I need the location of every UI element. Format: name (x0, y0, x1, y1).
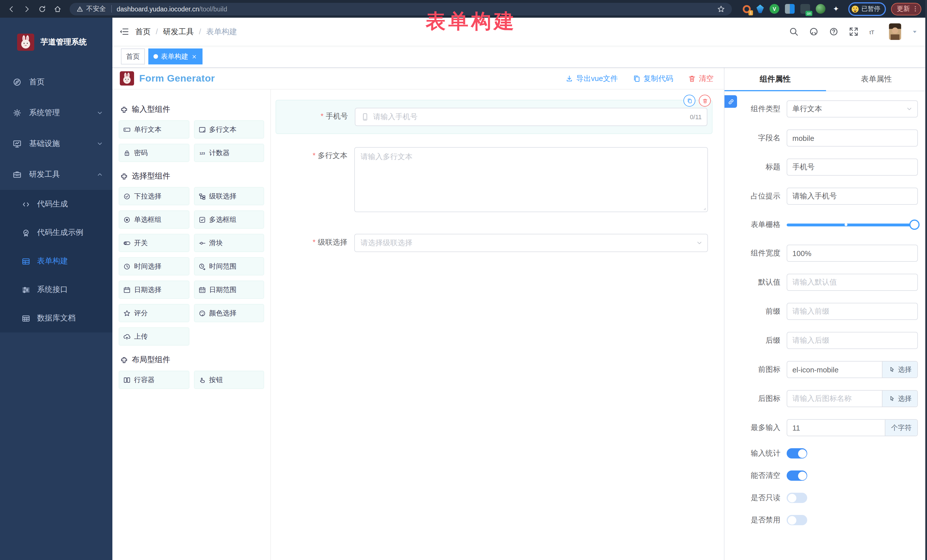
component-密码[interactable]: 密码 (119, 144, 189, 162)
component-下拉选择[interactable]: 下拉选择 (119, 187, 189, 205)
search-icon[interactable] (789, 27, 799, 36)
prop-input[interactable]: mobile (787, 129, 918, 147)
prop-input[interactable]: 100% (787, 244, 918, 262)
sidebar-subitem-3[interactable]: 系统接口 (0, 275, 112, 304)
breadcrumb-item[interactable]: 首页 (135, 27, 150, 37)
component-日期范围[interactable]: 日期范围 (194, 281, 264, 299)
component-时间选择[interactable]: 时间选择 (119, 257, 189, 275)
导出vue文件-button[interactable]: 导出vue文件 (565, 73, 618, 83)
tab-表单属性[interactable]: 表单属性 (826, 68, 927, 91)
fullscreen-icon[interactable] (849, 27, 859, 36)
security-chip[interactable]: 不安全 (76, 5, 106, 13)
toggle-能否清空[interactable] (787, 470, 807, 481)
component-多行文本[interactable]: 多行文本 (194, 120, 264, 138)
github-icon[interactable] (809, 27, 819, 36)
sidebar-subitem-0[interactable]: 代码生成 (0, 190, 112, 219)
sidebar-logo-row[interactable]: 芋道管理系统 (0, 18, 112, 67)
sidebar: 芋道管理系统 首页系统管理基础设施研发工具代码生成代码生成示例表单构建系统接口数… (0, 18, 112, 560)
prop-input[interactable]: 请输入默认值 (787, 274, 918, 291)
extension-split-blue-icon[interactable] (785, 4, 795, 14)
component-多选框组[interactable]: 多选框组 (194, 211, 264, 229)
choose-icon-button[interactable]: 选择 (882, 361, 917, 378)
delete-item-button[interactable] (699, 95, 711, 107)
bookmark-star-icon[interactable] (717, 5, 725, 13)
resize-grip-icon[interactable] (701, 205, 707, 211)
browser-update-button[interactable]: 更新 (891, 3, 921, 15)
text-input[interactable]: 请输入手机号0/11 (355, 108, 707, 126)
breadcrumb-separator: / (199, 27, 201, 36)
extension-leaf-green-icon[interactable] (816, 4, 825, 14)
address-bar[interactable]: 不安全 dashboard.yudao.iocoder.cn/tool/buil… (70, 3, 732, 15)
canvas-field-多行文本[interactable]: *多行文本请输入多行文本 (275, 147, 713, 212)
font-size-icon[interactable]: tT (869, 27, 878, 36)
help-icon[interactable] (829, 27, 839, 36)
user-avatar[interactable] (889, 23, 901, 40)
max-length-input[interactable]: 11 (787, 420, 885, 436)
prop-input[interactable]: 请输入手机号 (787, 188, 918, 205)
toggle-是否只读[interactable] (787, 493, 807, 503)
browser-reload-button[interactable] (36, 3, 48, 15)
component-计数器[interactable]: 123计数器 (194, 144, 264, 162)
browser-forward-button[interactable] (21, 3, 32, 15)
component-滑块[interactable]: 滑块 (194, 234, 264, 252)
toggle-是否禁用[interactable] (787, 515, 807, 525)
sidebar-item-0[interactable]: 首页 (0, 67, 112, 97)
active-canvas-item[interactable]: *手机号请输入手机号0/11 (275, 100, 713, 134)
duplicate-item-button[interactable] (684, 95, 695, 107)
component-上传[interactable]: 上传 (119, 327, 189, 346)
sidebar-subitem-4[interactable]: 数据库文档 (0, 304, 112, 332)
component-级联选择[interactable]: 级联选择 (194, 187, 264, 205)
extension-circle-green-icon[interactable]: V (769, 4, 779, 14)
extension-pin-blue-icon[interactable] (757, 5, 764, 13)
component-评分[interactable]: 评分 (119, 304, 189, 322)
canvas-field-级联选择[interactable]: *级联选择请选择级联选择 (275, 234, 713, 252)
component-时间范围[interactable]: 时间范围 (194, 257, 264, 275)
textarea-input[interactable]: 请输入多行文本 (354, 147, 708, 212)
tab-首页[interactable]: 首页 (121, 49, 145, 64)
toggle-输入统计[interactable] (787, 448, 807, 458)
清空-button[interactable]: 清空 (688, 73, 714, 83)
sidebar-item-1[interactable]: 系统管理 (0, 97, 112, 128)
data-binding-button[interactable] (725, 95, 737, 108)
breadcrumb-item[interactable]: 研发工具 (163, 27, 194, 37)
component-行容器[interactable]: 行容器 (119, 371, 189, 389)
component-颜色选择[interactable]: 颜色选择 (194, 304, 264, 322)
extension-ring-orange-icon[interactable]: 1 (742, 5, 751, 13)
sidebar-collapse-button[interactable] (112, 18, 135, 46)
extension-dark-icon[interactable]: on (800, 4, 810, 14)
prop-input[interactable]: 请输入后缀 (787, 332, 918, 349)
button-label: 复制代码 (643, 73, 673, 83)
close-icon[interactable] (191, 53, 198, 59)
browser-back-button[interactable] (6, 3, 17, 15)
sidebar-item-2[interactable]: 基础设施 (0, 128, 112, 159)
prop-row-后图标: 后图标请输入后图标名称选择 (730, 390, 918, 407)
icon-name-input[interactable]: el-icon-mobile (787, 361, 882, 378)
prop-select[interactable]: 单行文本 (787, 100, 918, 117)
button-icon (198, 376, 206, 384)
generator-area: Form Generator 导出vue文件复制代码清空 输入型组件单行文本多行… (112, 68, 724, 560)
tab-组件属性[interactable]: 组件属性 (725, 68, 826, 91)
sidebar-subitem-2[interactable]: 表单构建 (0, 247, 112, 275)
icon-name-input[interactable]: 请输入后图标名称 (787, 391, 882, 407)
component-单行文本[interactable]: 单行文本 (119, 120, 189, 138)
sliders-icon (22, 285, 30, 294)
sidebar-subitem-1[interactable]: 代码生成示例 (0, 219, 112, 247)
extension-star-white-icon[interactable]: ✦ (831, 4, 841, 14)
caret-down-icon[interactable] (912, 29, 918, 35)
component-日期选择[interactable]: 日期选择 (119, 281, 189, 299)
select-input[interactable]: 请选择级联选择 (354, 234, 708, 252)
复制代码-button[interactable]: 复制代码 (633, 73, 673, 83)
slider-handle[interactable] (909, 220, 919, 230)
paused-extension-chip[interactable]: 已暂停 (848, 2, 886, 16)
tab-表单构建[interactable]: 表单构建 (148, 49, 202, 64)
component-开关[interactable]: 开关 (119, 234, 189, 252)
component-单选框组[interactable]: 单选框组 (119, 211, 189, 229)
prop-input[interactable]: 手机号 (787, 159, 918, 176)
sidebar-item-3[interactable]: 研发工具 (0, 159, 112, 190)
download-icon (565, 74, 573, 82)
component-按钮[interactable]: 按钮 (194, 371, 264, 389)
choose-icon-button[interactable]: 选择 (882, 391, 917, 407)
browser-home-button[interactable] (52, 3, 63, 15)
prop-input[interactable]: 请输入前缀 (787, 303, 918, 320)
grid-span-slider[interactable] (787, 217, 918, 233)
